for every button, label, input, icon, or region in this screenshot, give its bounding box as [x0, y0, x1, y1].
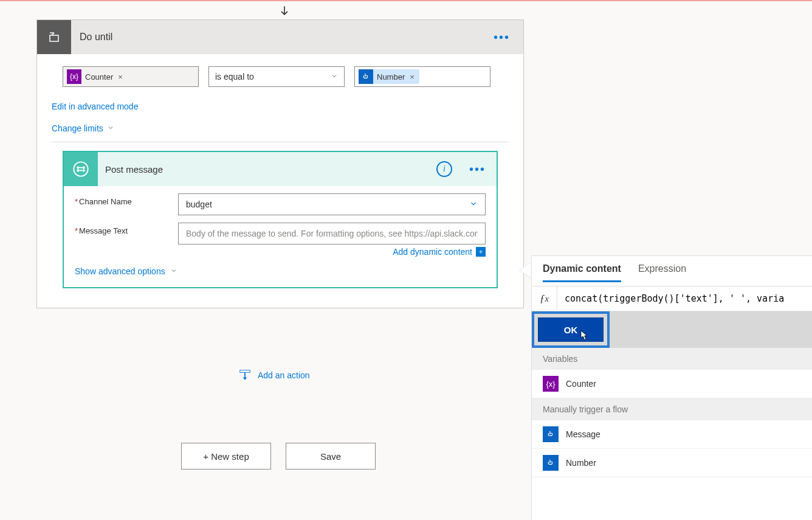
do-until-icon — [37, 20, 71, 54]
flyout-tabs: Dynamic content Expression — [532, 256, 812, 282]
save-button[interactable]: Save — [286, 443, 376, 470]
show-advanced-options-link[interactable]: Show advanced options — [64, 257, 188, 287]
dc-item-message[interactable]: Message — [532, 420, 812, 449]
post-message-header[interactable]: Post message i ••• — [64, 152, 497, 186]
footer-buttons: + New step Save — [181, 443, 376, 470]
dc-item-counter[interactable]: {x} Counter — [532, 370, 812, 398]
condition-row: {x} Counter × is equal to Number × — [37, 54, 523, 87]
expression-input[interactable] — [557, 286, 812, 311]
edit-advanced-mode-link[interactable]: Edit in advanced mode — [52, 95, 509, 117]
fx-icon: ƒx — [532, 286, 557, 311]
do-until-title: Do until — [71, 32, 480, 43]
section-variables: Variables — [532, 348, 812, 370]
message-text-label: *Message Text — [75, 223, 178, 235]
manual-trigger-icon — [359, 69, 373, 84]
expression-row: ƒx — [532, 286, 812, 311]
chevron-down-icon — [107, 123, 114, 133]
counter-token-label: Counter — [85, 72, 113, 81]
channel-name-row: *Channel Name budget — [64, 186, 497, 215]
operator-label: is equal to — [215, 72, 254, 81]
flyout-pointer — [520, 263, 531, 277]
number-token-label: Number — [377, 72, 405, 81]
condition-left-operand[interactable]: {x} Counter × — [63, 66, 199, 87]
post-message-card: Post message i ••• *Channel Name budget … — [63, 151, 498, 288]
do-until-menu-icon[interactable]: ••• — [480, 30, 523, 44]
variable-icon: {x} — [543, 376, 559, 392]
new-step-button[interactable]: + New step — [181, 443, 271, 470]
add-an-action-label: Add an action — [258, 370, 310, 380]
post-message-title: Post message — [98, 164, 436, 175]
counter-token[interactable]: {x} Counter × — [67, 69, 128, 84]
post-message-menu-icon[interactable]: ••• — [458, 162, 497, 176]
section-manual-trigger: Manually trigger a flow — [532, 398, 812, 420]
dc-item-label: Counter — [566, 379, 596, 389]
variable-icon: {x} — [67, 69, 81, 84]
do-until-card: Do until ••• {x} Counter × is equal to N… — [36, 19, 524, 308]
channel-name-select[interactable]: budget — [178, 193, 486, 215]
slack-hash-icon — [64, 152, 98, 186]
show-advanced-label: Show advanced options — [75, 266, 165, 276]
svg-rect-0 — [50, 35, 58, 41]
remove-token-icon[interactable]: × — [408, 72, 416, 81]
remove-token-icon[interactable]: × — [117, 72, 124, 81]
tab-expression[interactable]: Expression — [638, 263, 686, 282]
change-limits-label: Change limits — [52, 123, 103, 133]
add-dynamic-content-label: Add dynamic content — [393, 247, 472, 257]
condition-right-operand[interactable]: Number × — [354, 66, 490, 87]
add-dynamic-content-link[interactable]: Add dynamic content — [393, 247, 486, 257]
number-token[interactable]: Number × — [359, 69, 419, 84]
channel-name-label: *Channel Name — [75, 193, 178, 206]
channel-name-value: budget — [186, 199, 212, 209]
svg-point-1 — [74, 162, 88, 176]
svg-rect-2 — [240, 370, 250, 373]
chevron-down-icon — [331, 72, 338, 81]
manual-trigger-icon — [543, 426, 559, 442]
message-text-input[interactable] — [178, 223, 486, 244]
dynamic-content-flyout: Dynamic content Expression ƒx OK Variabl… — [531, 255, 812, 520]
change-limits-link[interactable]: Change limits — [52, 117, 114, 139]
ok-highlight: OK — [532, 311, 610, 348]
ok-label: OK — [564, 325, 578, 335]
do-until-header[interactable]: Do until ••• — [37, 20, 523, 54]
chevron-down-icon — [170, 266, 177, 276]
cursor-pointer-icon — [577, 329, 590, 344]
plus-icon — [476, 247, 486, 257]
divider — [52, 142, 509, 142]
add-an-action-button[interactable]: Add an action — [238, 369, 310, 382]
dc-item-label: Message — [566, 429, 600, 439]
dc-item-label: Number — [566, 458, 596, 468]
info-icon[interactable]: i — [436, 161, 452, 177]
dc-item-number[interactable]: Number — [532, 449, 812, 477]
manual-trigger-icon — [543, 455, 559, 471]
flow-arrow-down-icon — [278, 5, 291, 19]
condition-operator[interactable]: is equal to — [208, 66, 345, 87]
ok-button[interactable]: OK — [538, 317, 604, 342]
add-action-icon — [238, 369, 252, 382]
chevron-down-icon — [469, 199, 478, 210]
message-text-row: *Message Text — [64, 215, 497, 244]
tab-dynamic-content[interactable]: Dynamic content — [543, 263, 621, 282]
